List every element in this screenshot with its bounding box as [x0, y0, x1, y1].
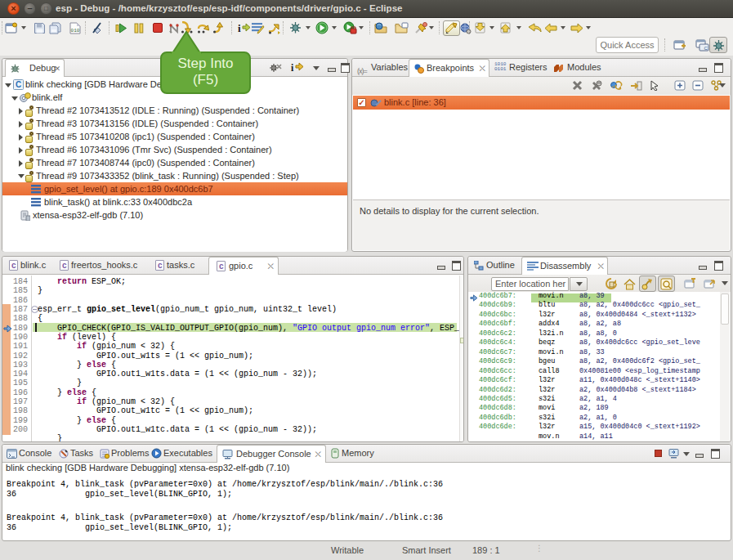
svg-text:C: C	[704, 46, 708, 51]
svg-text:010: 010	[71, 28, 80, 34]
svg-text:C: C	[16, 80, 21, 89]
svg-text:i: i	[238, 22, 241, 34]
svg-text:i: i	[291, 62, 294, 74]
